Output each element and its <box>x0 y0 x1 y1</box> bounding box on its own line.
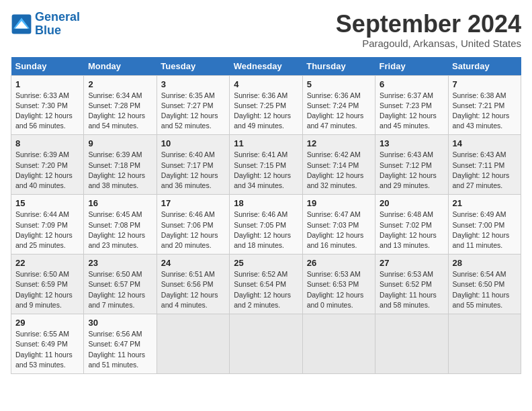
col-wednesday: Wednesday <box>230 57 302 76</box>
day-info: Sunrise: 6:48 AMSunset: 7:02 PMDaylight:… <box>380 210 443 250</box>
day-number: 30 <box>88 318 152 328</box>
day-number: 24 <box>161 258 225 268</box>
day-number: 4 <box>234 79 298 89</box>
day-info: Sunrise: 6:51 AMSunset: 6:56 PMDaylight:… <box>161 269 225 310</box>
table-row: 8Sunrise: 6:39 AMSunset: 7:20 PMDaylight… <box>11 135 84 195</box>
table-row <box>157 314 229 374</box>
day-info: Sunrise: 6:54 AMSunset: 6:50 PMDaylight:… <box>453 269 517 310</box>
day-number: 26 <box>307 258 371 268</box>
day-number: 10 <box>161 138 225 148</box>
table-row: 12Sunrise: 6:42 AMSunset: 7:14 PMDayligh… <box>302 135 375 195</box>
day-number: 2 <box>88 79 152 89</box>
day-number: 28 <box>453 258 517 268</box>
table-row: 21Sunrise: 6:49 AMSunset: 7:00 PMDayligh… <box>448 195 521 255</box>
day-info: Sunrise: 6:49 AMSunset: 7:00 PMDaylight:… <box>453 210 517 250</box>
day-number: 9 <box>88 138 152 148</box>
col-monday: Monday <box>84 57 157 76</box>
table-row: 17Sunrise: 6:46 AMSunset: 7:06 PMDayligh… <box>157 195 229 255</box>
day-info: Sunrise: 6:43 AMSunset: 7:12 PMDaylight:… <box>380 150 443 191</box>
table-row: 25Sunrise: 6:52 AMSunset: 6:54 PMDayligh… <box>230 255 302 314</box>
location-title: Paragould, Arkansas, United States <box>336 38 521 49</box>
table-row <box>230 314 302 374</box>
table-row: 5Sunrise: 6:36 AMSunset: 7:24 PMDaylight… <box>302 75 375 135</box>
day-info: Sunrise: 6:34 AMSunset: 7:28 PMDaylight:… <box>88 91 152 132</box>
day-number: 25 <box>234 258 298 268</box>
day-number: 6 <box>380 79 443 89</box>
day-number: 5 <box>307 79 371 89</box>
day-number: 17 <box>161 198 225 208</box>
table-row: 20Sunrise: 6:48 AMSunset: 7:02 PMDayligh… <box>375 195 448 255</box>
day-number: 7 <box>453 79 517 89</box>
table-row: 4Sunrise: 6:36 AMSunset: 7:25 PMDaylight… <box>230 75 302 135</box>
day-info: Sunrise: 6:44 AMSunset: 7:09 PMDaylight:… <box>15 210 79 250</box>
table-row: 2Sunrise: 6:34 AMSunset: 7:28 PMDaylight… <box>84 75 157 135</box>
day-number: 27 <box>380 258 443 268</box>
day-info: Sunrise: 6:46 AMSunset: 7:05 PMDaylight:… <box>234 210 298 250</box>
day-info: Sunrise: 6:53 AMSunset: 6:53 PMDaylight:… <box>307 269 371 310</box>
day-info: Sunrise: 6:41 AMSunset: 7:15 PMDaylight:… <box>234 150 298 191</box>
table-row: 6Sunrise: 6:37 AMSunset: 7:23 PMDaylight… <box>375 75 448 135</box>
day-number: 19 <box>307 198 371 208</box>
day-info: Sunrise: 6:56 AMSunset: 6:47 PMDaylight:… <box>88 329 152 370</box>
table-row: 16Sunrise: 6:45 AMSunset: 7:08 PMDayligh… <box>84 195 157 255</box>
day-info: Sunrise: 6:55 AMSunset: 6:49 PMDaylight:… <box>15 329 79 370</box>
day-info: Sunrise: 6:39 AMSunset: 7:18 PMDaylight:… <box>88 150 152 191</box>
table-row: 11Sunrise: 6:41 AMSunset: 7:15 PMDayligh… <box>230 135 302 195</box>
table-row: 29Sunrise: 6:55 AMSunset: 6:49 PMDayligh… <box>11 314 84 374</box>
logo: General Blue <box>11 11 80 38</box>
calendar-week-row: 22Sunrise: 6:50 AMSunset: 6:59 PMDayligh… <box>11 255 521 314</box>
day-info: Sunrise: 6:52 AMSunset: 6:54 PMDaylight:… <box>234 269 298 310</box>
logo-icon <box>11 13 32 35</box>
table-row: 24Sunrise: 6:51 AMSunset: 6:56 PMDayligh… <box>157 255 229 314</box>
table-row: 14Sunrise: 6:43 AMSunset: 7:11 PMDayligh… <box>448 135 521 195</box>
day-number: 14 <box>453 138 517 148</box>
page-header: General Blue September 2024 Paragould, A… <box>11 11 521 49</box>
table-row: 19Sunrise: 6:47 AMSunset: 7:03 PMDayligh… <box>302 195 375 255</box>
calendar-week-row: 29Sunrise: 6:55 AMSunset: 6:49 PMDayligh… <box>11 314 521 374</box>
table-row: 30Sunrise: 6:56 AMSunset: 6:47 PMDayligh… <box>84 314 157 374</box>
day-info: Sunrise: 6:37 AMSunset: 7:23 PMDaylight:… <box>380 91 443 132</box>
day-info: Sunrise: 6:50 AMSunset: 6:59 PMDaylight:… <box>15 269 79 310</box>
table-row: 26Sunrise: 6:53 AMSunset: 6:53 PMDayligh… <box>302 255 375 314</box>
day-info: Sunrise: 6:35 AMSunset: 7:27 PMDaylight:… <box>161 91 225 132</box>
day-info: Sunrise: 6:40 AMSunset: 7:17 PMDaylight:… <box>161 150 225 191</box>
day-number: 8 <box>15 138 79 148</box>
day-info: Sunrise: 6:36 AMSunset: 7:25 PMDaylight:… <box>234 91 298 132</box>
day-number: 13 <box>380 138 443 148</box>
day-number: 29 <box>15 318 79 328</box>
day-number: 16 <box>88 198 152 208</box>
day-number: 12 <box>307 138 371 148</box>
table-row: 22Sunrise: 6:50 AMSunset: 6:59 PMDayligh… <box>11 255 84 314</box>
day-number: 11 <box>234 138 298 148</box>
table-row: 18Sunrise: 6:46 AMSunset: 7:05 PMDayligh… <box>230 195 302 255</box>
table-row: 1Sunrise: 6:33 AMSunset: 7:30 PMDaylight… <box>11 75 84 135</box>
day-number: 22 <box>15 258 79 268</box>
table-row: 3Sunrise: 6:35 AMSunset: 7:27 PMDaylight… <box>157 75 229 135</box>
month-title: September 2024 <box>336 11 521 38</box>
col-friday: Friday <box>375 57 448 76</box>
title-area: September 2024 Paragould, Arkansas, Unit… <box>336 11 521 49</box>
table-row: 9Sunrise: 6:39 AMSunset: 7:18 PMDaylight… <box>84 135 157 195</box>
day-info: Sunrise: 6:53 AMSunset: 6:52 PMDaylight:… <box>380 269 443 310</box>
day-info: Sunrise: 6:33 AMSunset: 7:30 PMDaylight:… <box>15 91 79 132</box>
day-number: 15 <box>15 198 79 208</box>
day-info: Sunrise: 6:45 AMSunset: 7:08 PMDaylight:… <box>88 210 152 250</box>
logo-name: General Blue <box>35 11 80 38</box>
day-number: 1 <box>15 79 79 89</box>
day-number: 21 <box>453 198 517 208</box>
table-row <box>448 314 521 374</box>
day-info: Sunrise: 6:42 AMSunset: 7:14 PMDaylight:… <box>307 150 371 191</box>
table-row: 28Sunrise: 6:54 AMSunset: 6:50 PMDayligh… <box>448 255 521 314</box>
col-thursday: Thursday <box>302 57 375 76</box>
calendar-week-row: 1Sunrise: 6:33 AMSunset: 7:30 PMDaylight… <box>11 75 521 135</box>
weekday-header-row: Sunday Monday Tuesday Wednesday Thursday… <box>11 57 521 76</box>
table-row <box>302 314 375 374</box>
col-tuesday: Tuesday <box>157 57 229 76</box>
table-row <box>375 314 448 374</box>
table-row: 7Sunrise: 6:38 AMSunset: 7:21 PMDaylight… <box>448 75 521 135</box>
day-number: 20 <box>380 198 443 208</box>
calendar-week-row: 8Sunrise: 6:39 AMSunset: 7:20 PMDaylight… <box>11 135 521 195</box>
col-saturday: Saturday <box>448 57 521 76</box>
day-number: 18 <box>234 198 298 208</box>
day-info: Sunrise: 6:43 AMSunset: 7:11 PMDaylight:… <box>453 150 517 191</box>
